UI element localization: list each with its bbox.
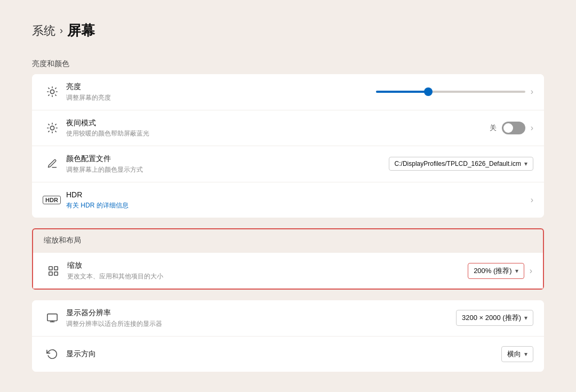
color-profile-chevron-down-icon: ▾ [524, 160, 527, 167]
svg-line-12 [49, 124, 49, 125]
hdr-badge: HDR [43, 196, 61, 204]
svg-rect-18 [49, 266, 52, 269]
orientation-row: 显示方向 横向 ▾ [32, 337, 544, 372]
svg-line-13 [55, 131, 56, 132]
color-profile-dropdown[interactable]: C:/DisplayProfiles/TPLCD_1626_Default.ic… [389, 157, 533, 171]
scale-icon [44, 265, 63, 277]
svg-rect-22 [47, 314, 57, 321]
brightness-subtitle: 调整屏幕的亮度 [66, 93, 376, 102]
scale-dropdown[interactable]: 200% (推荐) ▾ [468, 263, 524, 279]
toggle-knob [503, 123, 513, 133]
resolution-icon [43, 312, 62, 324]
resolution-subtitle: 调整分辨率以适合所连接的显示器 [66, 319, 456, 329]
scale-chevron-down-icon: ▾ [515, 267, 518, 275]
night-mode-status: 关 [490, 123, 497, 133]
color-profile-content: 颜色配置文件 调整屏幕上的颜色显示方式 [62, 154, 389, 174]
scale-section-title-wrap: 缩放和布局 [33, 229, 543, 253]
night-mode-title: 夜间模式 [66, 118, 490, 129]
brightness-control: › [376, 87, 533, 97]
night-mode-toggle[interactable] [502, 122, 525, 134]
brightness-title: 亮度 [66, 82, 376, 92]
color-profile-icon [43, 158, 62, 169]
resolution-row: 显示器分辨率 调整分辨率以适合所连接的显示器 3200 × 2000 (推荐) … [32, 300, 544, 337]
svg-rect-21 [54, 272, 58, 275]
breadcrumb-system[interactable]: 系统 [32, 23, 55, 39]
orientation-dropdown[interactable]: 横向 ▾ [501, 346, 533, 362]
hdr-row: HDR HDR 有关 HDR 的详细信息 › [32, 182, 544, 218]
svg-line-7 [49, 95, 49, 95]
hdr-title: HDR [66, 190, 531, 201]
orientation-value: 横向 [507, 349, 521, 359]
scale-title: 缩放 [67, 260, 468, 271]
resolution-content: 显示器分辨率 调整分辨率以适合所连接的显示器 [62, 308, 456, 329]
orientation-content: 显示方向 [62, 349, 501, 359]
color-profile-value: C:/DisplayProfiles/TPLCD_1626_Default.ic… [395, 160, 521, 167]
breadcrumb: 系统 › 屏幕 [32, 21, 544, 40]
color-profile-row: 颜色配置文件 调整屏幕上的颜色显示方式 C:/DisplayProfiles/T… [32, 146, 544, 182]
svg-line-16 [49, 131, 49, 132]
night-mode-chevron-icon: › [531, 123, 533, 133]
svg-line-17 [55, 124, 56, 125]
brightness-icon [43, 86, 62, 98]
color-profile-control: C:/DisplayProfiles/TPLCD_1626_Default.ic… [389, 157, 533, 171]
scale-chevron-icon: › [530, 266, 532, 276]
scale-row: 缩放 更改文本、应用和其他项目的大小 200% (推荐) ▾ › [33, 253, 543, 289]
orientation-chevron-down-icon: ▾ [524, 350, 527, 358]
resolution-chevron-down-icon: ▾ [524, 314, 527, 322]
hdr-control: › [531, 195, 533, 205]
svg-rect-19 [54, 266, 58, 269]
brightness-color-group: 亮度 调整屏幕的亮度 › [32, 74, 544, 218]
scale-section-highlighted: 缩放和布局 缩放 更改文本、应用和其他项目的大小 [32, 228, 544, 290]
svg-rect-20 [49, 272, 52, 275]
brightness-section-title: 亮度和颜色 [32, 59, 544, 69]
night-mode-content: 夜间模式 使用较暖的颜色帮助屏蔽蓝光 [62, 118, 490, 139]
night-mode-control: 关 › [490, 122, 533, 134]
scale-subtitle: 更改文本、应用和其他项目的大小 [67, 272, 468, 281]
scale-group: 缩放 更改文本、应用和其他项目的大小 200% (推荐) ▾ › [33, 253, 543, 289]
brightness-row: 亮度 调整屏幕的亮度 › [32, 74, 544, 110]
hdr-link[interactable]: 有关 HDR 的详细信息 [66, 201, 531, 210]
scale-value: 200% (推荐) [474, 266, 512, 276]
display-group: 显示器分辨率 调整分辨率以适合所连接的显示器 3200 × 2000 (推荐) … [32, 300, 544, 372]
svg-line-3 [49, 88, 49, 89]
scale-section-title: 缩放和布局 [44, 236, 532, 245]
night-mode-row: 夜间模式 使用较暖的颜色帮助屏蔽蓝光 关 › [32, 110, 544, 147]
resolution-title: 显示器分辨率 [66, 308, 456, 318]
breadcrumb-arrow: › [60, 25, 63, 36]
svg-line-8 [55, 88, 56, 89]
hdr-chevron-icon: › [531, 195, 533, 205]
hdr-icon: HDR [43, 196, 62, 204]
orientation-icon [43, 348, 62, 360]
brightness-slider[interactable] [376, 91, 525, 93]
svg-line-4 [55, 95, 56, 95]
svg-point-9 [50, 126, 54, 130]
orientation-control: 横向 ▾ [501, 346, 533, 362]
resolution-value: 3200 × 2000 (推荐) [462, 313, 521, 323]
brightness-content: 亮度 调整屏幕的亮度 [62, 82, 376, 102]
resolution-dropdown[interactable]: 3200 × 2000 (推荐) ▾ [456, 310, 533, 326]
color-profile-title: 颜色配置文件 [66, 154, 389, 164]
color-profile-subtitle: 调整屏幕上的颜色显示方式 [66, 165, 389, 174]
brightness-chevron-icon: › [531, 87, 533, 97]
night-mode-subtitle: 使用较暖的颜色帮助屏蔽蓝光 [66, 129, 490, 138]
hdr-content: HDR 有关 HDR 的详细信息 [62, 190, 531, 211]
night-mode-icon [43, 122, 62, 134]
scale-control: 200% (推荐) ▾ › [468, 263, 532, 279]
orientation-title: 显示方向 [66, 349, 501, 359]
resolution-control: 3200 × 2000 (推荐) ▾ [456, 310, 533, 326]
svg-point-0 [50, 90, 54, 94]
breadcrumb-current: 屏幕 [67, 21, 95, 40]
settings-page: 系统 › 屏幕 亮度和颜色 亮度 [0, 0, 576, 392]
scale-content: 缩放 更改文本、应用和其他项目的大小 [63, 260, 468, 281]
